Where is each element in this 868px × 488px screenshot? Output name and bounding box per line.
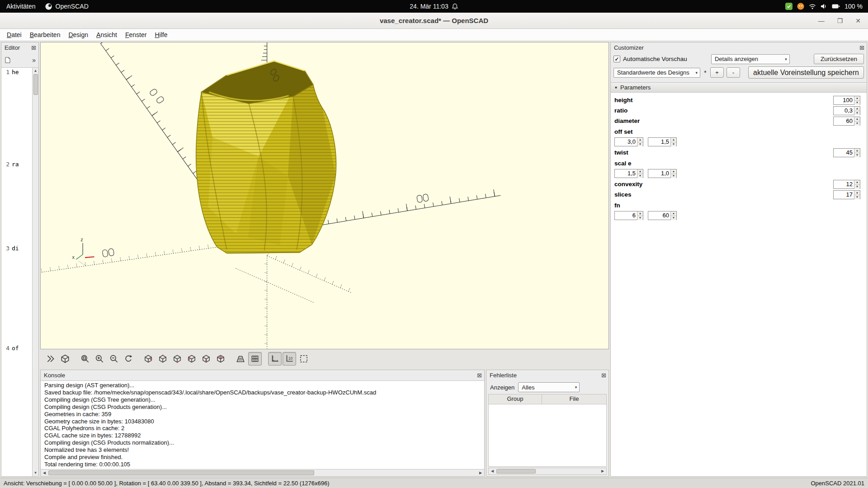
auto-preview-checkbox[interactable]: ✓ Automatische Vorschau — [613, 56, 687, 62]
reset-view-button[interactable] — [122, 352, 135, 366]
preset-dropdown[interactable]: Standardwerte des Designs ▾ — [613, 68, 700, 78]
scroll-left-icon[interactable]: ◀ — [41, 470, 48, 476]
toolbar-overflow-button[interactable]: » — [32, 56, 36, 64]
scrollbar-thumb[interactable] — [48, 470, 314, 475]
twist-spinbox[interactable]: 45 ▲▼ — [833, 148, 860, 157]
orange-app-indicator-icon[interactable] — [797, 3, 804, 10]
menu-design[interactable]: Design — [64, 30, 92, 40]
spin-down-icon[interactable]: ▼ — [671, 174, 676, 178]
wifi-icon[interactable] — [809, 4, 816, 9]
console-scrollbar[interactable]: ◀ ▶ — [41, 469, 484, 476]
spin-down-icon[interactable]: ▼ — [854, 153, 860, 157]
spin-down-icon[interactable]: ▼ — [854, 111, 860, 115]
save-preset-button[interactable]: aktuelle Voreinstellung speichern — [748, 66, 864, 79]
scale-spinbox-2[interactable]: 1,0 ▲▼ — [648, 169, 677, 178]
view-back-button[interactable] — [214, 352, 227, 366]
zoom-out-button[interactable] — [107, 352, 121, 366]
spin-up-icon[interactable]: ▲ — [854, 96, 860, 101]
console-log[interactable]: Parsing design (AST generation)... Saved… — [41, 380, 484, 469]
fn-spinbox-2[interactable]: 60 ▲▼ — [648, 211, 677, 220]
zoom-all-button[interactable] — [78, 352, 92, 366]
view-top-button[interactable] — [156, 352, 170, 366]
spin-up-icon[interactable]: ▲ — [854, 117, 860, 122]
spin-down-icon[interactable]: ▼ — [671, 216, 676, 220]
spin-down-icon[interactable]: ▼ — [671, 142, 676, 146]
offset-spinbox-1[interactable]: 3,0 ▲▼ — [614, 137, 643, 146]
checkbox-checked-icon[interactable]: ✓ — [613, 56, 620, 62]
spin-up-icon[interactable]: ▲ — [671, 169, 676, 174]
show-scale-markers-button[interactable] — [268, 352, 282, 366]
3d-viewport[interactable]: z x — [40, 42, 609, 349]
scrollbar-thumb[interactable] — [33, 74, 38, 95]
show-scale-10-button[interactable]: 10 — [283, 352, 296, 366]
view-all-button[interactable] — [297, 352, 311, 366]
ratio-spinbox[interactable]: 0,3 ▲▼ — [833, 106, 860, 115]
error-table-body[interactable] — [489, 404, 606, 466]
scroll-right-icon[interactable]: ▶ — [477, 470, 484, 476]
volume-icon[interactable] — [821, 3, 827, 9]
menu-datei[interactable]: Datei — [3, 30, 26, 40]
offset-spinbox-2[interactable]: 1,5 ▲▼ — [648, 137, 677, 146]
spin-down-icon[interactable]: ▼ — [637, 142, 643, 146]
spin-down-icon[interactable]: ▼ — [637, 216, 643, 220]
spin-up-icon[interactable]: ▲ — [671, 138, 676, 142]
menu-ansicht[interactable]: Ansicht — [92, 30, 121, 40]
spin-up-icon[interactable]: ▲ — [854, 149, 860, 153]
minimize-button[interactable]: — — [818, 17, 825, 24]
add-preset-button[interactable]: + — [710, 67, 724, 78]
convexity-spinbox[interactable]: 12 ▲▼ — [833, 180, 860, 189]
document-icon[interactable] — [4, 56, 11, 64]
perspective-button[interactable] — [234, 352, 247, 366]
column-header-group[interactable]: Group — [489, 394, 542, 404]
scrollbar-thumb[interactable] — [496, 469, 536, 474]
restore-button[interactable]: ❐ — [837, 17, 843, 24]
close-error-list-icon[interactable]: ⊠ — [601, 372, 606, 378]
spin-up-icon[interactable]: ▲ — [637, 138, 643, 142]
slices-spinbox[interactable]: 17 ▲▼ — [833, 190, 860, 199]
diameter-spinbox[interactable]: 60 ▲▼ — [833, 117, 860, 126]
scale-spinbox-1[interactable]: 1,5 ▲▼ — [614, 169, 643, 178]
spin-down-icon[interactable]: ▼ — [854, 185, 860, 189]
error-list-scrollbar[interactable]: ◀ ▶ — [488, 468, 607, 475]
error-filter-dropdown[interactable]: Alles ▾ — [518, 382, 580, 392]
battery-icon[interactable] — [832, 3, 840, 9]
close-button[interactable]: ✕ — [855, 17, 861, 24]
spin-up-icon[interactable]: ▲ — [637, 211, 643, 216]
view-bottom-button[interactable] — [170, 352, 184, 366]
details-dropdown[interactable]: Details anzeigen ▾ — [711, 54, 790, 64]
menu-fenster[interactable]: Fenster — [121, 30, 151, 40]
view-right-button[interactable] — [142, 352, 155, 366]
scroll-left-icon[interactable]: ◀ — [489, 469, 496, 474]
zoom-in-button[interactable] — [93, 352, 106, 366]
close-editor-icon[interactable]: ⊠ — [31, 45, 36, 51]
view-front-button[interactable] — [199, 352, 213, 366]
spin-up-icon[interactable]: ▲ — [854, 180, 860, 185]
spin-down-icon[interactable]: ▼ — [854, 195, 860, 199]
window-title-bar[interactable]: vase_creator.scad* — OpenSCAD — ❐ ✕ — [0, 13, 868, 29]
fn-spinbox-1[interactable]: 6 ▲▼ — [614, 211, 643, 220]
spin-up-icon[interactable]: ▲ — [671, 211, 676, 216]
spin-up-icon[interactable]: ▲ — [637, 169, 643, 174]
close-customizer-icon[interactable]: ⊠ — [859, 45, 864, 51]
parameters-section-header[interactable]: ▾ Parameters — [611, 82, 867, 93]
clock-button[interactable]: 24. Mär 11:03 — [410, 3, 458, 10]
scroll-right-icon[interactable]: ▶ — [599, 469, 606, 474]
close-console-icon[interactable]: ⊠ — [477, 372, 482, 378]
spin-down-icon[interactable]: ▼ — [854, 122, 860, 126]
activities-button[interactable]: Aktivitäten — [6, 3, 36, 10]
reset-button[interactable]: Zurücksetzen — [814, 54, 864, 64]
preview-button[interactable] — [44, 352, 57, 366]
spin-up-icon[interactable]: ▲ — [854, 191, 860, 195]
editor-scrollbar[interactable]: ▲ ▼ — [32, 68, 38, 476]
height-spinbox[interactable]: 100 ▲▼ — [833, 96, 860, 105]
shield-check-icon[interactable] — [785, 3, 793, 10]
menu-hilfe[interactable]: Hilfe — [151, 30, 171, 40]
menu-bearbeiten[interactable]: Bearbeiten — [26, 30, 65, 40]
column-header-file[interactable]: File — [542, 394, 606, 404]
spin-up-icon[interactable]: ▲ — [854, 107, 860, 111]
remove-preset-button[interactable]: - — [726, 67, 740, 78]
scroll-down-icon[interactable]: ▼ — [34, 470, 38, 476]
spin-down-icon[interactable]: ▼ — [637, 174, 643, 178]
editor-text-area[interactable]: 1he 2ra 3di 4of — [1, 68, 32, 476]
render-button[interactable] — [58, 352, 72, 366]
